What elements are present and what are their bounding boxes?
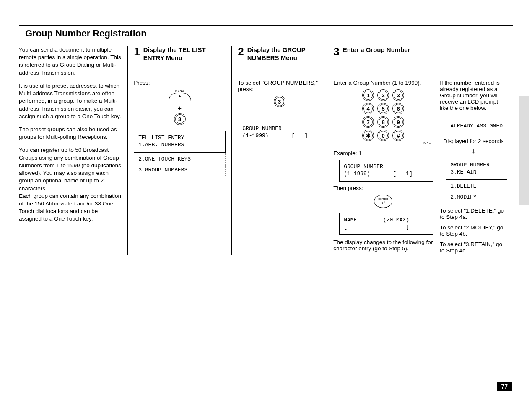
menu-label: MENU bbox=[161, 89, 199, 92]
step-3-intro: Enter a Group Number (1 to 1999). bbox=[333, 80, 433, 86]
key-6-icon: 6 bbox=[392, 103, 404, 114]
step-1: 1 Display the TEL LIST ENTRY Menu Press:… bbox=[127, 46, 231, 255]
key-hash-icon: # bbox=[392, 130, 404, 141]
steps-row: 1 Display the TEL LIST ENTRY Menu Press:… bbox=[127, 46, 513, 255]
step-1-number: 1 bbox=[134, 46, 140, 57]
step-1-press: Press: bbox=[134, 80, 226, 86]
intro-p1: You can send a document to multiple remo… bbox=[19, 46, 122, 77]
step-3-lcd-example: GROUP NUMBER (1-1999) [ 1] bbox=[339, 160, 433, 182]
step-3-lcd-name: NAME (20 MAX) [_ ] bbox=[339, 213, 433, 235]
step-3-title: Enter a Group Number bbox=[343, 46, 410, 54]
plus-icon: + bbox=[134, 104, 226, 112]
keypad-icon: 1 2 3 4 5 6 7 8 9 ✱ bbox=[356, 89, 410, 146]
key-4-icon: 4 bbox=[362, 103, 374, 114]
step-2: 2 Display the GROUP NUMBERS Menu To sele… bbox=[231, 46, 327, 255]
key-3-icon: 3 bbox=[174, 113, 186, 125]
displayed-2s: Displayed for 2 seconds bbox=[440, 138, 507, 144]
section-title: Group Number Registration bbox=[25, 28, 507, 39]
already-intro: If the number entered is already registe… bbox=[440, 80, 507, 111]
step-1-opt-2: 2.ONE TOUCH KEYS bbox=[134, 153, 226, 165]
intro-p3: The preset groups can also be used as gr… bbox=[19, 126, 122, 141]
step-3-after: The display changes to the following for… bbox=[333, 239, 433, 252]
intro-column: You can send a document to multiple remo… bbox=[19, 46, 127, 255]
step-2-title: Display the GROUP NUMBERS Menu bbox=[247, 46, 322, 62]
key-3-icon-2: 3 bbox=[274, 96, 285, 107]
key-5-icon: 5 bbox=[377, 103, 389, 114]
already-assigned-lcd: ALREADY ASSIGNED bbox=[446, 117, 507, 135]
side-tab bbox=[519, 96, 529, 205]
key-8-icon: 8 bbox=[377, 116, 389, 128]
arrow-down-icon: ↓ bbox=[440, 147, 507, 156]
step-1-lcd: TEL LIST ENTRY 1.ABB. NUMBERS bbox=[134, 131, 226, 153]
step-2-lcd: GROUP NUMBER (1-1999) [ _] bbox=[238, 122, 321, 143]
step-3-number: 3 bbox=[333, 46, 339, 57]
menu-button-icon: MENU bbox=[161, 89, 199, 101]
step-2-press: To select "GROUP NUMBERS," press: bbox=[238, 80, 321, 92]
then-press: Then press: bbox=[333, 185, 433, 191]
already-opt-1: 1.DELETE bbox=[446, 181, 507, 192]
key-2-icon: 2 bbox=[377, 89, 389, 101]
key-9-icon: 9 bbox=[392, 116, 404, 128]
intro-p4: You can register up to 50 Broadcast Grou… bbox=[19, 146, 122, 223]
key-0-icon: 0 bbox=[377, 130, 389, 141]
tone-label: TONE bbox=[376, 141, 431, 144]
already-opt-2: 2.MODIFY bbox=[446, 192, 507, 203]
nav-modify: To select "2.MODIFY," go to Step 4b. bbox=[440, 224, 507, 237]
nav-retain: To select "3.RETAIN," go to Step 4c. bbox=[440, 241, 507, 254]
main-content: You can send a document to multiple remo… bbox=[19, 46, 513, 255]
key-3-icon-3: 3 bbox=[392, 89, 404, 101]
key-1-icon: 1 bbox=[362, 89, 374, 101]
page-number: 77 bbox=[497, 382, 512, 391]
already-lcd-2: GROUP NUMBER 3.RETAIN bbox=[446, 158, 507, 180]
intro-p2: It is useful to preset addresses, to whi… bbox=[19, 82, 122, 120]
example-label: Example: 1 bbox=[333, 150, 433, 156]
step-3: 3 Enter a Group Number Enter a Group Num… bbox=[327, 46, 513, 255]
section-title-box: Group Number Registration bbox=[19, 25, 513, 42]
enter-key-icon: ENTER↵ bbox=[374, 195, 392, 208]
nav-delete: To select "1.DELETE," go to Step 4a. bbox=[440, 208, 507, 220]
key-star-icon: ✱ bbox=[362, 130, 374, 141]
step-1-opt-3: 3.GROUP NUMBERS bbox=[134, 164, 226, 176]
step-2-number: 2 bbox=[238, 46, 244, 57]
key-7-icon: 7 bbox=[362, 116, 374, 128]
step-1-title: Display the TEL LIST ENTRY Menu bbox=[143, 46, 226, 62]
